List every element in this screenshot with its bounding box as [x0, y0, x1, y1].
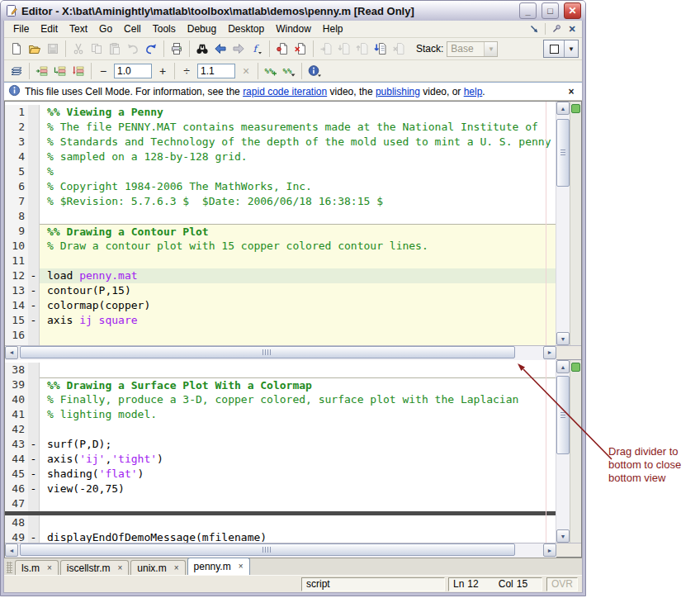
menu-item-file[interactable]: File	[7, 21, 35, 36]
info-link-help[interactable]: help	[464, 86, 483, 97]
go-forward-button[interactable]	[229, 40, 248, 58]
insert-cell-divider-button[interactable]	[33, 62, 51, 80]
increment-value-button[interactable]: +	[154, 63, 171, 79]
tab-close-icon[interactable]: ×	[118, 564, 123, 572]
code-line-17[interactable]: 17	[5, 343, 556, 345]
breakpoint-margin[interactable]	[28, 105, 40, 120]
code-line-41[interactable]: 41% lighting model.	[5, 407, 556, 422]
title-bar[interactable]: Editor - X:\bat\Aminightly\matlab\toolbo…	[1, 1, 585, 21]
code-line-42[interactable]: 42	[5, 422, 556, 437]
breakpoint-margin[interactable]	[28, 422, 40, 437]
scroll-left-icon[interactable]: ◄	[5, 346, 18, 359]
evaluate-cell-and-advance-button[interactable]: %%	[280, 62, 298, 80]
code-line-15[interactable]: 15-axis ij square	[5, 313, 556, 328]
scroll-track[interactable]	[18, 346, 543, 360]
run-button[interactable]	[371, 40, 390, 58]
function-browser-button[interactable]: f	[248, 40, 266, 58]
decrement-value-button[interactable]: −	[95, 63, 111, 79]
breakpoint-margin[interactable]	[28, 254, 40, 268]
breakpoint-margin[interactable]: -	[28, 268, 40, 283]
code-line-9[interactable]: 9%% Drawing a Contour Plot	[5, 224, 556, 239]
code-line-4[interactable]: 4% sampled on a 128-by-128 grid.	[5, 150, 556, 164]
divide-value-button[interactable]: ÷	[178, 63, 195, 79]
dock-icon[interactable]	[527, 22, 541, 36]
find-button[interactable]	[193, 40, 211, 58]
go-back-button[interactable]	[211, 40, 229, 58]
scroll-track[interactable]	[556, 115, 570, 332]
new-file-button[interactable]	[7, 40, 26, 58]
code-line-38[interactable]: 38	[5, 363, 556, 377]
code-line-46[interactable]: 46-view(-20,75)	[5, 482, 556, 496]
code-line-5[interactable]: 5%	[5, 164, 556, 179]
menu-item-window[interactable]: Window	[270, 21, 317, 36]
no-errors-indicator[interactable]	[571, 363, 580, 372]
code-line-39[interactable]: 39%% Drawing a Surface Plot With a Color…	[5, 377, 556, 392]
cell-mode-button[interactable]	[7, 62, 26, 80]
stack-dropdown-arrow-icon[interactable]: ▼	[484, 42, 497, 56]
breakpoint-margin[interactable]	[28, 328, 40, 343]
redo-button[interactable]	[142, 40, 160, 58]
breakpoint-margin[interactable]: -	[28, 467, 40, 482]
code-line-1[interactable]: 1%% Viewing a Penny	[5, 105, 556, 120]
tab-penny.m[interactable]: penny.m×	[187, 558, 250, 575]
editor-pane-top[interactable]: 1%% Viewing a Penny2% The file PENNY.MAT…	[5, 102, 581, 345]
add-subtract-amount-field[interactable]	[114, 64, 152, 78]
scroll-up-icon[interactable]: ▲	[556, 102, 570, 115]
breakpoint-margin[interactable]	[28, 377, 40, 392]
breakpoint-margin[interactable]: -	[28, 437, 40, 452]
breakpoint-margin[interactable]	[28, 363, 40, 377]
stack-dropdown[interactable]: Base ▼	[447, 41, 498, 57]
breakpoint-margin[interactable]: -	[28, 482, 40, 496]
code-line-6[interactable]: 6% Copyright 1984-2006 The MathWorks, In…	[5, 179, 556, 194]
info-link-rapid-code-iteration[interactable]: rapid code iteration	[243, 86, 327, 97]
tab-unix.m[interactable]: unix.m×	[130, 560, 185, 575]
scroll-right-icon[interactable]: ►	[543, 346, 556, 359]
editor-pane-bottom[interactable]: 3839%% Drawing a Surface Plot With a Col…	[5, 360, 581, 543]
code-line-8[interactable]: 8	[5, 209, 556, 224]
code-line-3[interactable]: 3% Standards and Technology of the depth…	[5, 135, 556, 150]
menu-item-tools[interactable]: Tools	[147, 21, 182, 36]
info-link-publishing[interactable]: publishing	[376, 86, 420, 97]
breakpoint-margin[interactable]	[28, 515, 40, 530]
split-divider[interactable]: ◄ ►	[5, 345, 581, 360]
window-layout-button[interactable]: ▼	[543, 40, 579, 58]
code-line-14[interactable]: 14-colormap(copper)	[5, 298, 556, 313]
scroll-thumb[interactable]	[20, 543, 515, 556]
scroll-left-icon[interactable]: ◄	[5, 543, 18, 557]
breakpoint-margin[interactable]	[28, 194, 40, 209]
menu-item-go[interactable]: Go	[93, 21, 118, 36]
code-line-43[interactable]: 43-surf(P,D);	[5, 437, 556, 452]
breakpoint-margin[interactable]	[28, 150, 40, 164]
menu-item-edit[interactable]: Edit	[35, 21, 64, 36]
scroll-track[interactable]	[18, 543, 543, 558]
breakpoint-margin[interactable]	[28, 239, 40, 254]
breakpoint-margin[interactable]: -	[28, 313, 40, 328]
layout-dropdown-arrow-icon[interactable]: ▼	[564, 40, 578, 57]
insert-cell-below-button[interactable]	[69, 62, 88, 80]
breakpoint-margin[interactable]	[28, 164, 40, 179]
breakpoint-margin[interactable]: -	[28, 298, 40, 313]
maximize-button[interactable]: □	[542, 2, 559, 19]
breakpoint-margin[interactable]	[28, 120, 40, 135]
open-file-button[interactable]	[26, 40, 44, 58]
scroll-thumb[interactable]	[20, 346, 515, 358]
scroll-down-icon[interactable]: ▼	[556, 332, 570, 345]
scroll-up-icon[interactable]: ▲	[556, 360, 570, 373]
tab-ls.m[interactable]: ls.m×	[15, 560, 59, 575]
code-line-7[interactable]: 7% $Revision: 5.7.6.3 $ $Date: 2006/06/1…	[5, 194, 556, 209]
code-line-47[interactable]: 47	[5, 496, 556, 511]
breakpoint-margin[interactable]	[28, 179, 40, 194]
breakpoint-margin[interactable]	[28, 407, 40, 422]
menu-item-debug[interactable]: Debug	[182, 21, 222, 36]
code-line-49[interactable]: 49-displayEndOfDemoMessage(mfilename)	[5, 530, 556, 543]
insert-cell-dividers-around-selection-button[interactable]	[51, 62, 69, 80]
breakpoint-margin[interactable]	[28, 224, 40, 239]
close-button[interactable]: ✕	[564, 2, 581, 19]
code-line-44[interactable]: 44-axis('ij','tight')	[5, 452, 556, 467]
no-errors-indicator[interactable]	[571, 104, 580, 113]
code-line-11[interactable]: 11	[5, 254, 556, 268]
code-line-45[interactable]: 45-shading('flat')	[5, 467, 556, 482]
horizontal-scrollbar-top[interactable]: ◄ ►	[5, 346, 556, 360]
code-line-16[interactable]: 16	[5, 328, 556, 343]
breakpoint-margin[interactable]	[28, 343, 40, 345]
